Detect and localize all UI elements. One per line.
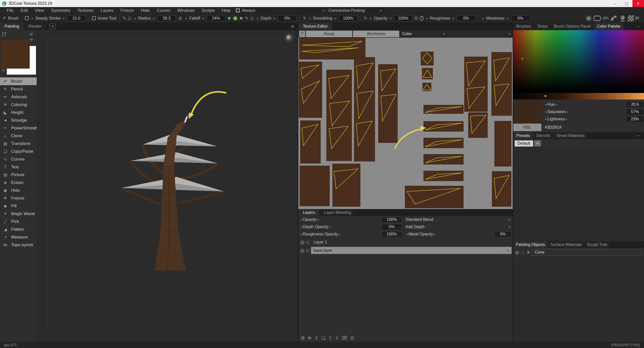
- pen-pressure-opacity-icon[interactable]: ✎: [364, 16, 367, 21]
- close-icon[interactable]: ✕: [291, 24, 294, 29]
- overflow-menu-icon[interactable]: ⋯: [636, 24, 641, 29]
- roughness-value[interactable]: 0%: [457, 15, 475, 21]
- text-tool-icon[interactable]: ⟨T: [2, 31, 7, 37]
- visibility-icon[interactable]: ◎: [515, 250, 519, 255]
- tool-item[interactable]: ◈ Eraser: [0, 179, 37, 186]
- tool-item[interactable]: ▧ Transform: [0, 140, 37, 147]
- menu-item[interactable]: Help: [218, 8, 234, 13]
- lock-icon[interactable]: [306, 242, 309, 244]
- close-button[interactable]: ✕: [632, 0, 644, 7]
- menu-item[interactable]: Layers: [97, 8, 117, 13]
- decrement-icon[interactable]: ◂: [300, 225, 302, 229]
- duplicate-layer-icon[interactable]: ❏: [321, 335, 325, 341]
- overflow-menu-icon[interactable]: ⋯: [636, 133, 641, 138]
- swap-colors-icon[interactable]: ⇄: [1, 68, 6, 72]
- always-dropdown[interactable]: Always ▾: [234, 7, 327, 14]
- menu-item[interactable]: View: [31, 8, 48, 13]
- color-panel-tab[interactable]: Brush Options Panel: [551, 23, 594, 30]
- steady-stroke-checkbox[interactable]: [25, 16, 29, 20]
- color-panel-tab[interactable]: Color Palette: [594, 23, 624, 30]
- increment-icon[interactable]: ▸: [389, 17, 392, 20]
- layers-tab[interactable]: Layer Blending: [320, 209, 356, 216]
- gear-brush-icon[interactable]: ⚙✎: [602, 16, 608, 21]
- camera-icon[interactable]: [619, 15, 626, 22]
- tool-item[interactable]: ✏ Airbrush: [0, 93, 37, 101]
- presets-tab[interactable]: Smart Materials: [553, 132, 588, 139]
- reset-button[interactable]: Reset: [306, 31, 352, 37]
- hex-color-value[interactable]: #3D261A: [541, 124, 644, 131]
- object-row[interactable]: ◎ ✕ Cone: [513, 248, 644, 256]
- help-button[interactable]: ?: [299, 31, 305, 37]
- delete-object-icon[interactable]: ✕: [527, 250, 530, 255]
- decrement-icon[interactable]: ◂: [134, 17, 136, 20]
- menu-item[interactable]: Textures: [74, 8, 97, 13]
- menu-item[interactable]: Hide: [137, 8, 153, 13]
- chevron-down-icon[interactable]: ▾: [379, 9, 383, 12]
- increment-icon[interactable]: ▸: [555, 103, 558, 106]
- x-icon[interactable]: ✕: [227, 16, 231, 21]
- menu-item[interactable]: Windows: [174, 8, 198, 13]
- chevron-down-icon[interactable]: ▾: [322, 9, 325, 12]
- menu-item[interactable]: Symmetry: [48, 8, 74, 13]
- increment-icon[interactable]: ▸: [507, 17, 509, 20]
- decrement-icon[interactable]: ◂: [185, 17, 187, 20]
- increment-icon[interactable]: ▸: [202, 17, 205, 20]
- tool-item[interactable]: ✎ Pencil: [0, 85, 37, 93]
- pen-pressure-radius-icon[interactable]: ✎: [123, 16, 126, 21]
- color-panel-tab[interactable]: Brushes: [513, 23, 534, 30]
- increment-icon[interactable]: ▸: [329, 225, 331, 229]
- picking-mode-dropdown[interactable]: Connective Picking ▾: [327, 7, 384, 14]
- lightness-value[interactable]: 23%: [626, 116, 644, 123]
- layer-row[interactable]: ◎ Layer 1 ∷▾: [298, 238, 513, 246]
- increment-icon[interactable]: ▸: [434, 232, 436, 236]
- channel-dropdown[interactable]: Color ▾: [400, 31, 446, 37]
- increment-icon[interactable]: ▸: [273, 17, 276, 20]
- workspace-tab[interactable]: Render: [24, 23, 46, 30]
- tool-item[interactable]: ◆ Fill: [0, 202, 37, 210]
- depth-opacity-value[interactable]: 0%: [381, 224, 402, 230]
- increment-icon[interactable]: ▸: [566, 110, 569, 114]
- tool-item[interactable]: ❏ Copy/Paste: [0, 147, 37, 155]
- decrement-icon[interactable]: ◂: [544, 110, 547, 114]
- lock-icon[interactable]: [128, 18, 131, 20]
- tool-item[interactable]: ✑ PowerSmooth: [0, 124, 37, 132]
- objects-tab[interactable]: Sculpt Tree: [584, 241, 610, 248]
- lock-icon[interactable]: [251, 18, 254, 20]
- falloff-curve-icon[interactable]: [178, 16, 182, 20]
- tool-item[interactable]: ◢ Flatten: [0, 225, 37, 233]
- objects-tab[interactable]: Surface Materials: [548, 241, 585, 248]
- roughness-opacity-value[interactable]: 100%: [381, 231, 402, 237]
- visibility-icon[interactable]: ◎: [300, 248, 304, 253]
- move-layer-up-icon[interactable]: ⇧: [328, 335, 332, 341]
- blend-mode-dropdown[interactable]: Standard Blend ▾: [404, 216, 513, 223]
- brush-stroke-icon[interactable]: ✐: [29, 31, 34, 37]
- pen-pressure-depth-icon[interactable]: ✎: [245, 16, 249, 21]
- primary-color-swatch[interactable]: [1, 40, 30, 69]
- objects-tab[interactable]: Painting Objects: [513, 241, 548, 248]
- decrement-icon[interactable]: ◂: [544, 117, 547, 121]
- x-icon[interactable]: ✕: [239, 16, 243, 21]
- add-layer-icon[interactable]: ⊞: [301, 335, 305, 341]
- decrement-icon[interactable]: ◂: [300, 218, 302, 221]
- brush-preview-icon[interactable]: [585, 15, 592, 22]
- radius-value[interactable]: 28.3: [157, 15, 176, 21]
- menu-item[interactable]: Curves: [153, 8, 174, 13]
- tool-item[interactable]: ◣ Height: [0, 109, 37, 116]
- smoothing-value[interactable]: 100%: [339, 15, 357, 21]
- metal-opacity-value[interactable]: 0%: [494, 231, 512, 237]
- minimize-button[interactable]: –: [609, 0, 621, 7]
- tool-item[interactable]: ✶ Magic Wand: [0, 210, 37, 218]
- decrement-icon[interactable]: ◂: [406, 232, 408, 236]
- menu-item[interactable]: Edit: [17, 8, 31, 13]
- decrement-icon[interactable]: ◂: [31, 17, 33, 20]
- depth-mode-dropdown[interactable]: Add Depth ▾: [404, 223, 513, 230]
- tool-item[interactable]: ❄ Freeze: [0, 194, 37, 202]
- decrement-icon[interactable]: ◂: [308, 17, 311, 20]
- lock-icon[interactable]: [521, 252, 524, 254]
- import-layer-icon[interactable]: ↧: [314, 335, 318, 341]
- pen-pressure-smoothing-icon[interactable]: ✎: [303, 16, 306, 21]
- tool-item[interactable]: ⊥ Clone: [0, 132, 37, 140]
- decrement-icon[interactable]: ◂: [256, 17, 259, 20]
- increment-icon[interactable]: ▸: [452, 17, 455, 20]
- increment-icon[interactable]: ▸: [317, 218, 319, 221]
